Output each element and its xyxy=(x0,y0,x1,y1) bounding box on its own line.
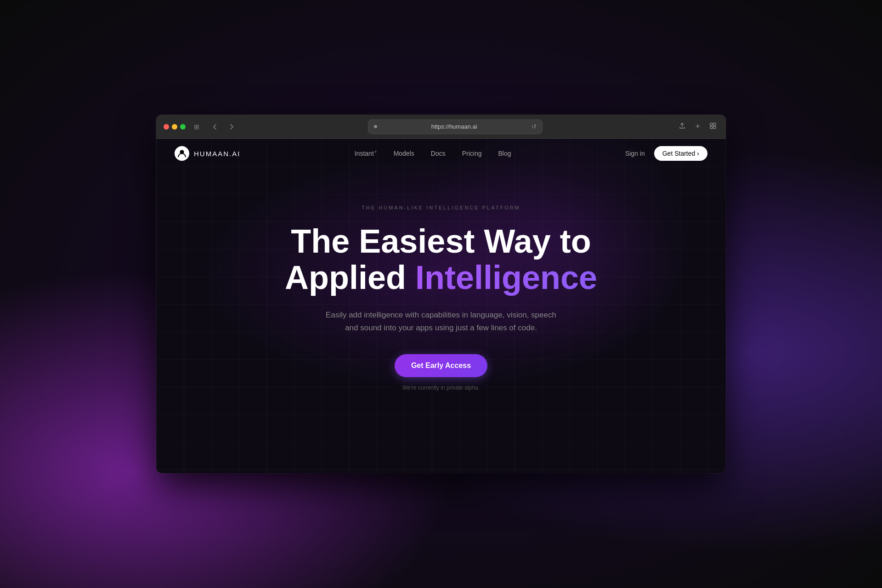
early-access-button[interactable]: Get Early Access xyxy=(395,354,487,377)
nav-actions: Sign in Get Started › xyxy=(625,146,707,161)
back-button[interactable] xyxy=(209,121,220,132)
hero-title: The Easiest Way to Applied Intelligence xyxy=(285,223,597,296)
address-text: https://humaan.ai xyxy=(381,123,528,130)
browser-window: ⊞ https://humaan.ai ↺ + xyxy=(156,115,726,473)
hero-subtitle-line1: Easily add intelligence with capabilitie… xyxy=(326,311,556,319)
svg-rect-2 xyxy=(710,126,712,129)
nav-links: Instant+ Models Docs Pricing Blog xyxy=(355,149,511,158)
nav-instant[interactable]: Instant+ xyxy=(355,150,377,157)
svg-rect-0 xyxy=(710,123,712,125)
logo-icon xyxy=(175,146,189,161)
navbar: HUMAAN.AI Instant+ Models Docs Pricing B… xyxy=(156,139,726,168)
hero-subtitle-line2: and sound into your apps using just a fe… xyxy=(345,323,537,332)
svg-rect-3 xyxy=(713,126,716,129)
logo[interactable]: HUMAAN.AI xyxy=(175,146,240,161)
nav-pricing[interactable]: Pricing xyxy=(462,150,482,157)
nav-blog[interactable]: Blog xyxy=(498,150,511,157)
hero-section: THE HUMAN-LIKE INTELLIGENCE PLATFORM The… xyxy=(156,168,726,391)
sidebar-toggle-button[interactable]: ⊞ xyxy=(191,121,202,132)
fullscreen-button[interactable] xyxy=(180,124,186,130)
new-tab-button[interactable]: + xyxy=(693,120,702,133)
close-button[interactable] xyxy=(164,124,169,130)
forward-button[interactable] xyxy=(226,121,237,132)
browser-chrome: ⊞ https://humaan.ai ↺ + xyxy=(156,115,726,139)
nav-docs[interactable]: Docs xyxy=(431,150,446,157)
address-bar[interactable]: https://humaan.ai ↺ xyxy=(368,119,543,134)
svg-rect-1 xyxy=(713,123,716,125)
hero-subtitle: Easily add intelligence with capabilitie… xyxy=(326,309,556,334)
hero-title-accent: Intelligence xyxy=(415,259,597,296)
share-button[interactable] xyxy=(677,120,688,133)
private-alpha-note: We're currently in private alpha. xyxy=(402,384,480,391)
secure-icon xyxy=(374,125,377,128)
hero-title-plain: Applied xyxy=(285,259,415,296)
minimize-button[interactable] xyxy=(172,124,177,130)
traffic-lights xyxy=(164,124,186,130)
tab-overview-button[interactable] xyxy=(707,120,718,133)
hero-title-line1: The Easiest Way to xyxy=(291,223,591,260)
hero-eyebrow: THE HUMAN-LIKE INTELLIGENCE PLATFORM xyxy=(362,205,520,210)
get-started-button[interactable]: Get Started › xyxy=(654,146,707,161)
arrow-icon: › xyxy=(697,150,699,157)
browser-actions: + xyxy=(677,120,718,133)
sign-in-button[interactable]: Sign in xyxy=(625,150,645,157)
hero-title-line2: Applied Intelligence xyxy=(285,260,597,296)
nav-models[interactable]: Models xyxy=(394,150,414,157)
logo-text: HUMAAN.AI xyxy=(194,150,240,158)
website-content: HUMAAN.AI Instant+ Models Docs Pricing B… xyxy=(156,139,726,473)
reload-button[interactable]: ↺ xyxy=(531,123,537,130)
